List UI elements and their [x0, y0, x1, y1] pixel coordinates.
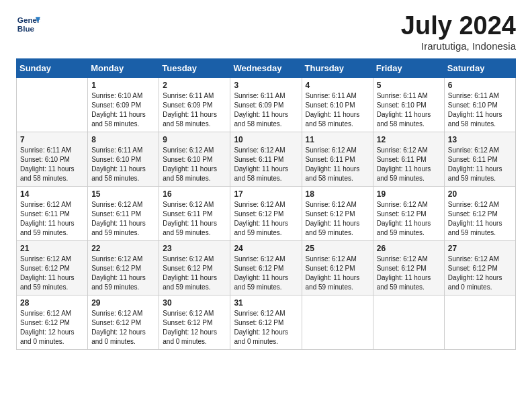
cell-info: Sunrise: 6:12 AM Sunset: 6:12 PM Dayligh…: [163, 309, 226, 347]
calendar-cell: 1Sunrise: 6:10 AM Sunset: 6:09 PM Daylig…: [88, 77, 159, 132]
day-number: 19: [377, 189, 441, 199]
calendar-cell: 22Sunrise: 6:12 AM Sunset: 6:12 PM Dayli…: [88, 240, 159, 295]
day-number: 12: [377, 135, 441, 144]
calendar-cell: 7Sunrise: 6:11 AM Sunset: 6:10 PM Daylig…: [17, 132, 88, 186]
cell-info: Sunrise: 6:11 AM Sunset: 6:10 PM Dayligh…: [448, 91, 512, 129]
calendar-cell: [17, 77, 88, 132]
cell-info: Sunrise: 6:12 AM Sunset: 6:12 PM Dayligh…: [306, 200, 369, 238]
logo-icon: General Blue: [16, 12, 40, 36]
calendar-cell: 2Sunrise: 6:11 AM Sunset: 6:09 PM Daylig…: [159, 77, 230, 132]
cell-info: Sunrise: 6:12 AM Sunset: 6:11 PM Dayligh…: [163, 200, 226, 238]
weekday-header-monday: Monday: [88, 58, 159, 77]
day-number: 11: [306, 135, 369, 144]
day-number: 17: [234, 189, 298, 199]
calendar-week-row: 7Sunrise: 6:11 AM Sunset: 6:10 PM Daylig…: [17, 132, 516, 186]
calendar-cell: 10Sunrise: 6:12 AM Sunset: 6:11 PM Dayli…: [230, 132, 302, 186]
calendar-cell: 25Sunrise: 6:12 AM Sunset: 6:12 PM Dayli…: [302, 240, 373, 295]
calendar-cell: 14Sunrise: 6:12 AM Sunset: 6:11 PM Dayli…: [17, 186, 88, 240]
cell-info: Sunrise: 6:11 AM Sunset: 6:10 PM Dayligh…: [377, 91, 441, 129]
svg-text:Blue: Blue: [17, 24, 35, 33]
calendar-cell: 28Sunrise: 6:12 AM Sunset: 6:12 PM Dayli…: [17, 295, 88, 349]
cell-info: Sunrise: 6:12 AM Sunset: 6:12 PM Dayligh…: [234, 309, 298, 347]
weekday-header-tuesday: Tuesday: [159, 58, 230, 77]
day-number: 5: [377, 81, 441, 90]
day-number: 18: [306, 189, 369, 199]
calendar-cell: 24Sunrise: 6:12 AM Sunset: 6:12 PM Dayli…: [230, 240, 302, 295]
day-number: 13: [448, 135, 512, 144]
day-number: 3: [234, 81, 298, 90]
calendar-cell: 29Sunrise: 6:12 AM Sunset: 6:12 PM Dayli…: [88, 295, 159, 349]
calendar-cell: 23Sunrise: 6:12 AM Sunset: 6:12 PM Dayli…: [159, 240, 230, 295]
calendar-cell: 26Sunrise: 6:12 AM Sunset: 6:12 PM Dayli…: [373, 240, 444, 295]
cell-info: Sunrise: 6:10 AM Sunset: 6:09 PM Dayligh…: [91, 91, 155, 129]
day-number: 24: [234, 244, 298, 253]
calendar-cell: [444, 295, 515, 349]
weekday-header-wednesday: Wednesday: [230, 58, 302, 77]
day-number: 4: [306, 81, 369, 90]
day-number: 22: [91, 244, 155, 253]
day-number: 14: [20, 189, 84, 199]
day-number: 26: [377, 244, 441, 253]
day-number: 25: [306, 244, 369, 253]
calendar-cell: 16Sunrise: 6:12 AM Sunset: 6:11 PM Dayli…: [159, 186, 230, 240]
cell-info: Sunrise: 6:12 AM Sunset: 6:11 PM Dayligh…: [377, 146, 441, 183]
calendar-cell: 4Sunrise: 6:11 AM Sunset: 6:10 PM Daylig…: [302, 77, 373, 132]
weekday-header-friday: Friday: [373, 58, 444, 77]
day-number: 23: [163, 244, 226, 253]
calendar-cell: 15Sunrise: 6:12 AM Sunset: 6:11 PM Dayli…: [88, 186, 159, 240]
location: Irarututiga, Indonesia: [401, 40, 516, 52]
day-number: 2: [163, 81, 226, 90]
calendar-cell: 13Sunrise: 6:12 AM Sunset: 6:11 PM Dayli…: [444, 132, 515, 186]
calendar-cell: 17Sunrise: 6:12 AM Sunset: 6:12 PM Dayli…: [230, 186, 302, 240]
day-number: 6: [448, 81, 512, 90]
cell-info: Sunrise: 6:12 AM Sunset: 6:12 PM Dayligh…: [377, 200, 441, 238]
cell-info: Sunrise: 6:12 AM Sunset: 6:12 PM Dayligh…: [91, 309, 155, 347]
calendar-cell: 19Sunrise: 6:12 AM Sunset: 6:12 PM Dayli…: [373, 186, 444, 240]
cell-info: Sunrise: 6:11 AM Sunset: 6:10 PM Dayligh…: [306, 91, 369, 129]
cell-info: Sunrise: 6:12 AM Sunset: 6:12 PM Dayligh…: [448, 200, 512, 238]
month-title: July 2024: [401, 12, 516, 40]
calendar-cell: 11Sunrise: 6:12 AM Sunset: 6:11 PM Dayli…: [302, 132, 373, 186]
weekday-header-thursday: Thursday: [302, 58, 373, 77]
day-number: 7: [20, 135, 84, 144]
calendar-cell: 30Sunrise: 6:12 AM Sunset: 6:12 PM Dayli…: [159, 295, 230, 349]
cell-info: Sunrise: 6:12 AM Sunset: 6:12 PM Dayligh…: [234, 200, 298, 238]
cell-info: Sunrise: 6:12 AM Sunset: 6:12 PM Dayligh…: [234, 255, 298, 292]
day-number: 28: [20, 298, 84, 308]
cell-info: Sunrise: 6:11 AM Sunset: 6:10 PM Dayligh…: [20, 146, 84, 183]
calendar-cell: 31Sunrise: 6:12 AM Sunset: 6:12 PM Dayli…: [230, 295, 302, 349]
cell-info: Sunrise: 6:12 AM Sunset: 6:12 PM Dayligh…: [91, 255, 155, 292]
weekday-header-row: SundayMondayTuesdayWednesdayThursdayFrid…: [17, 58, 516, 77]
cell-info: Sunrise: 6:12 AM Sunset: 6:12 PM Dayligh…: [377, 255, 441, 292]
day-number: 29: [91, 298, 155, 308]
calendar-cell: [302, 295, 373, 349]
day-number: 16: [163, 189, 226, 199]
calendar-cell: 12Sunrise: 6:12 AM Sunset: 6:11 PM Dayli…: [373, 132, 444, 186]
cell-info: Sunrise: 6:11 AM Sunset: 6:09 PM Dayligh…: [234, 91, 298, 129]
day-number: 30: [163, 298, 226, 308]
day-number: 20: [448, 189, 512, 199]
calendar-cell: 21Sunrise: 6:12 AM Sunset: 6:12 PM Dayli…: [17, 240, 88, 295]
calendar-cell: [373, 295, 444, 349]
cell-info: Sunrise: 6:12 AM Sunset: 6:12 PM Dayligh…: [306, 255, 369, 292]
calendar-cell: 5Sunrise: 6:11 AM Sunset: 6:10 PM Daylig…: [373, 77, 444, 132]
calendar-cell: 8Sunrise: 6:11 AM Sunset: 6:10 PM Daylig…: [88, 132, 159, 186]
weekday-header-sunday: Sunday: [17, 58, 88, 77]
calendar-table: SundayMondayTuesdayWednesdayThursdayFrid…: [16, 58, 516, 350]
day-number: 9: [163, 135, 226, 144]
day-number: 8: [91, 135, 155, 144]
calendar-cell: 6Sunrise: 6:11 AM Sunset: 6:10 PM Daylig…: [444, 77, 515, 132]
cell-info: Sunrise: 6:12 AM Sunset: 6:11 PM Dayligh…: [20, 200, 84, 238]
day-number: 31: [234, 298, 298, 308]
cell-info: Sunrise: 6:12 AM Sunset: 6:11 PM Dayligh…: [91, 200, 155, 238]
day-number: 27: [448, 244, 512, 253]
calendar-cell: 9Sunrise: 6:12 AM Sunset: 6:10 PM Daylig…: [159, 132, 230, 186]
cell-info: Sunrise: 6:12 AM Sunset: 6:12 PM Dayligh…: [20, 309, 84, 347]
calendar-week-row: 21Sunrise: 6:12 AM Sunset: 6:12 PM Dayli…: [17, 240, 516, 295]
calendar-cell: 20Sunrise: 6:12 AM Sunset: 6:12 PM Dayli…: [444, 186, 515, 240]
cell-info: Sunrise: 6:12 AM Sunset: 6:12 PM Dayligh…: [163, 255, 226, 292]
calendar-cell: 18Sunrise: 6:12 AM Sunset: 6:12 PM Dayli…: [302, 186, 373, 240]
calendar-week-row: 14Sunrise: 6:12 AM Sunset: 6:11 PM Dayli…: [17, 186, 516, 240]
day-number: 21: [20, 244, 84, 253]
calendar-cell: 27Sunrise: 6:12 AM Sunset: 6:12 PM Dayli…: [444, 240, 515, 295]
